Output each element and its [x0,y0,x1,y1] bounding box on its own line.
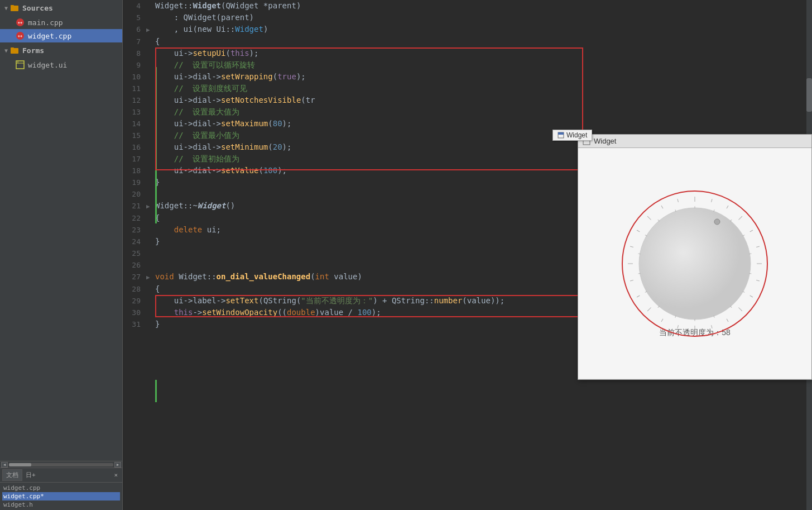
widget-title: Widget [594,137,616,145]
line-num-12: 12 [123,95,146,106]
line-num-9: 9 [123,60,146,71]
line-num-25: 25 [123,248,146,259]
line-content-18: ui->dial->setValue(100); [155,165,287,176]
line-num-26: 26 [123,260,146,271]
hscroll-thumb[interactable] [9,463,31,466]
sidebar-item-widget-ui[interactable]: widget.ui [0,58,122,72]
svg-line-33 [630,280,633,282]
svg-line-38 [661,206,663,208]
line-num-13: 13 [123,107,146,118]
widget-body: 当前不透明度为：58 [578,148,811,378]
widget-ui-label: widget.ui [28,61,67,69]
sidebar-section-sources[interactable]: ▼ Sources [0,0,122,16]
line-content-10: ui->dial->setWrapping(true); [155,71,306,82]
line-content-24: } [155,236,160,247]
svg-line-32 [637,295,640,297]
line-content-23: delete ui; [155,224,221,235]
ui-icon [16,60,25,69]
line-content-17: // 设置初始值为 [155,153,239,164]
line-num-14: 14 [123,118,146,130]
line-content-7: { [155,36,160,47]
line-content-29: ui->label->setText(QString("当前不透明度为：") +… [155,295,505,306]
scroll-right-btn[interactable]: ▶ [114,462,121,468]
line-content-28: { [155,283,160,294]
line-num-18: 18 [123,165,146,177]
code-line-14: 14 ui->dial->setMaximum(80); [123,118,812,130]
sidebar-section-forms[interactable]: ▼ Forms [0,42,122,58]
bottom-file-cpp[interactable]: widget.cpp [2,484,120,492]
line-num-22: 22 [123,213,146,224]
hscroll-track[interactable] [9,463,113,466]
svg-line-26 [727,319,728,322]
sidebar-hscrollbar[interactable]: ◀ ▶ [0,461,122,468]
widget-preview[interactable]: Widget [578,134,812,380]
line-content-27: void Widget::on_dial_valueChanged(int va… [155,271,362,282]
line-content-26 [155,259,160,270]
code-line-11: 11 // 设置刻度线可见 [123,83,812,94]
doc-tab[interactable]: 文档 [2,469,22,481]
sidebar-sources-label: Sources [22,4,53,12]
svg-line-25 [738,307,742,311]
widget-titlebar[interactable]: Widget [578,135,811,148]
tooltip-text: Widget [566,131,587,139]
change-bar-green [155,67,157,223]
widget-cpp-label: widget.cpp [28,32,71,40]
line-num-27: 27 [123,271,146,283]
line-num-28: 28 [123,284,146,295]
bottom-file-cpp-star[interactable]: widget.cpp* [2,492,120,501]
svg-text:++: ++ [18,34,22,39]
svg-point-58 [714,219,720,225]
svg-line-19 [738,216,742,220]
chevron-down-icon-forms: ▼ [4,47,8,54]
line-content-11: // 设置刻度线可见 [155,83,247,94]
svg-line-24 [750,295,753,297]
line-content-25 [155,247,160,259]
scroll-left-btn[interactable]: ◀ [1,462,8,468]
line-content-15: // 设置最小值为 [155,130,239,141]
line-content-9: // 设置可以循环旋转 [155,59,255,70]
sidebar-forms-label: Forms [22,46,44,55]
svg-line-37 [647,216,651,220]
dial-svg [619,188,770,339]
vscroll-thumb[interactable] [806,78,812,112]
svg-line-45 [749,273,751,274]
code-editor-area[interactable]: 4 Widget::Widget(QWidget *parent) 5 : QW… [123,0,812,510]
sources-folder-icon [10,3,19,12]
tooltip-widget: Widget [552,130,592,141]
line-arrow-6: ▶ [146,25,155,36]
line-num-11: 11 [123,83,146,94]
code-line-5: 5 : QWidget(parent) [123,12,812,23]
line-num-23: 23 [123,225,146,236]
code-line-6: 6 ▶ , ui(new Ui::Widget) [123,23,812,36]
svg-line-36 [637,230,640,232]
line-num-24: 24 [123,236,146,247]
sidebar-item-widget-cpp[interactable]: ++ widget.cpp [0,29,122,42]
svg-line-17 [712,199,713,202]
svg-point-15 [639,208,751,320]
line-content-4: Widget::Widget(QWidget *parent) [155,0,301,11]
bottom-file-list: widget.cpp widget.cpp* widget.h [0,482,122,510]
dial-widget[interactable] [619,188,770,339]
svg-line-44 [749,254,751,254]
close-sidebar-btn[interactable]: × [112,470,120,480]
code-line-8: 8 ui->setupUi(this); [123,47,812,59]
main-cpp-label: main.cpp [28,18,63,27]
svg-line-54 [638,254,641,254]
line-num-4: 4 [123,1,146,12]
new-tab-btn[interactable]: 日+ [23,470,38,480]
chevron-down-icon: ▼ [4,5,8,11]
line-num-21: 21 [123,201,146,212]
svg-line-23 [756,280,760,282]
line-content-21: Widget::~Widget() [155,200,235,211]
svg-line-35 [630,246,633,247]
code-line-4: 4 Widget::Widget(QWidget *parent) [123,0,812,12]
svg-line-31 [647,307,651,311]
svg-line-30 [661,319,663,322]
svg-line-27 [712,325,713,328]
sidebar-item-main-cpp[interactable]: ++ main.cpp [0,16,122,29]
cpp-icon-widget: ++ [16,31,25,40]
bottom-file-widget-h[interactable]: widget.h [2,501,120,509]
line-num-7: 7 [123,36,146,47]
svg-line-39 [678,199,679,202]
svg-rect-11 [558,132,564,135]
